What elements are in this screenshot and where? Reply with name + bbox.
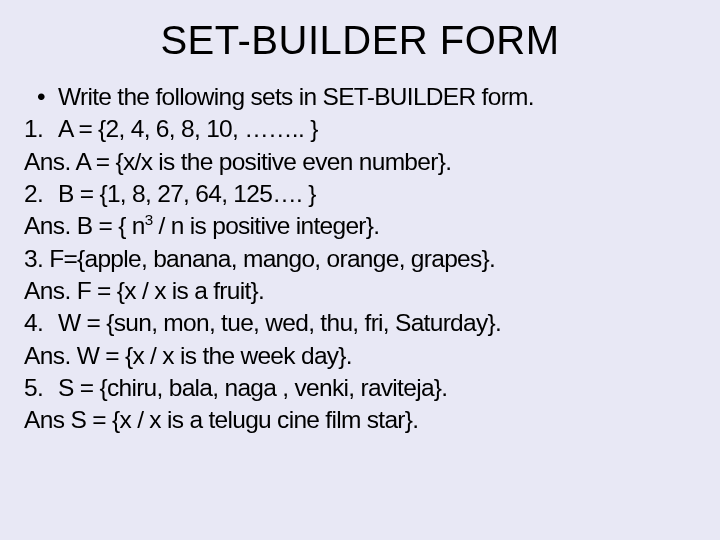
question-1: 1.A = {2, 4, 6, 8, 10, …….. } bbox=[24, 113, 696, 145]
q1-text: A = {2, 4, 6, 8, 10, …….. } bbox=[58, 115, 318, 142]
answer-5: Ans S = {x / x is a telugu cine film sta… bbox=[24, 404, 696, 436]
slide: SET-BUILDER FORM •Write the following se… bbox=[0, 0, 720, 540]
bullet-icon: • bbox=[24, 81, 58, 113]
q4-text: W = {sun, mon, tue, wed, thu, fri, Satur… bbox=[58, 309, 501, 336]
question-2: 2.B = {1, 8, 27, 64, 125…. } bbox=[24, 178, 696, 210]
a2-label: Ans. bbox=[24, 212, 71, 239]
q3-text: 3. F={apple, banana, mango, orange, grap… bbox=[24, 245, 495, 272]
answer-3: Ans. F = {x / x is a fruit}. bbox=[24, 275, 696, 307]
slide-body: •Write the following sets in SET-BUILDER… bbox=[24, 81, 696, 437]
intro-line: •Write the following sets in SET-BUILDER… bbox=[24, 81, 696, 113]
a5-text: S = {x / x is a telugu cine film star}. bbox=[64, 406, 418, 433]
a2-post: / n is positive integer}. bbox=[152, 212, 379, 239]
q4-label: 4. bbox=[24, 307, 58, 339]
question-3: 3. F={apple, banana, mango, orange, grap… bbox=[24, 243, 696, 275]
q2-text: B = {1, 8, 27, 64, 125…. } bbox=[58, 180, 316, 207]
a1-text: A = {x/x is the positive even number}. bbox=[75, 148, 451, 175]
a4-label: Ans. bbox=[24, 342, 71, 369]
a3-label: Ans. bbox=[24, 277, 71, 304]
answer-1: Ans. A = {x/x is the positive even numbe… bbox=[24, 146, 696, 178]
question-4: 4.W = {sun, mon, tue, wed, thu, fri, Sat… bbox=[24, 307, 696, 339]
q1-label: 1. bbox=[24, 113, 58, 145]
a5-label: Ans bbox=[24, 406, 64, 433]
a4-text: W = {x / x is the week day}. bbox=[71, 342, 352, 369]
answer-2: Ans. B = { n3 / n is positive integer}. bbox=[24, 210, 696, 242]
answer-4: Ans. W = {x / x is the week day}. bbox=[24, 340, 696, 372]
intro-text: Write the following sets in SET-BUILDER … bbox=[58, 83, 534, 110]
a1-label: Ans. bbox=[24, 148, 71, 175]
q5-text: S = {chiru, bala, naga , venki, raviteja… bbox=[58, 374, 447, 401]
q5-label: 5. bbox=[24, 372, 58, 404]
question-5: 5.S = {chiru, bala, naga , venki, ravite… bbox=[24, 372, 696, 404]
q2-label: 2. bbox=[24, 178, 58, 210]
a3-text: F = {x / x is a fruit}. bbox=[77, 277, 264, 304]
slide-title: SET-BUILDER FORM bbox=[24, 18, 696, 63]
a2-pre: B = { n bbox=[77, 212, 145, 239]
